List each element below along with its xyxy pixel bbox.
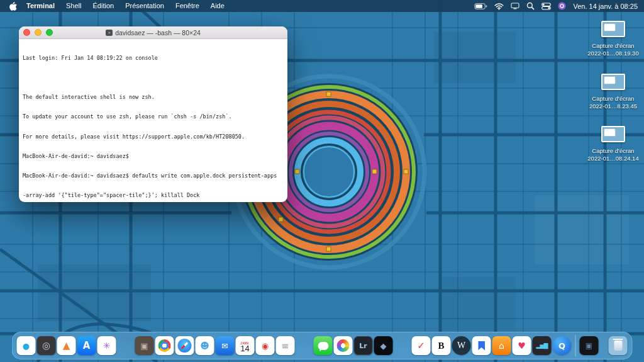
file-label-line1: Capture d'écran bbox=[587, 147, 640, 155]
display-icon[interactable] bbox=[511, 3, 519, 9]
terminal-line: MacBook-Air-de-david:~ davidsaez$ bbox=[23, 153, 284, 159]
envelope-icon: ✉ bbox=[221, 342, 228, 350]
wordpress-w-icon: W bbox=[457, 341, 465, 350]
calendar-day: 14 bbox=[240, 345, 249, 353]
dock-icon-home-app[interactable]: ⌂ bbox=[492, 336, 511, 355]
drop-icon: ● bbox=[23, 342, 30, 350]
sticker-face-icon: ☻ bbox=[200, 341, 209, 350]
control-center-icon[interactable] bbox=[541, 3, 551, 10]
house-icon: ⌂ bbox=[499, 341, 504, 350]
dock-icon-sparkle-app[interactable]: ✳ bbox=[97, 336, 116, 355]
dock-icon-bbedit[interactable]: B bbox=[432, 336, 451, 355]
terminal-line: MacBook-Air-de-david:~ davidsaez$ defaul… bbox=[23, 173, 284, 179]
dock-icon-checkmark-app[interactable]: ✓ bbox=[412, 336, 431, 355]
dock-icon-photos[interactable] bbox=[334, 336, 353, 355]
menu-item-edition[interactable]: Édition bbox=[87, 0, 120, 12]
apple-menu[interactable] bbox=[9, 2, 17, 11]
terminal-line: Last login: Fri Jan 14 08:19:22 on conso… bbox=[23, 55, 284, 61]
dock-icon-satchel-app[interactable]: ▣ bbox=[135, 336, 154, 355]
dock-spacer-tile bbox=[118, 336, 134, 355]
menu-item-aide[interactable]: Aide bbox=[205, 0, 230, 12]
list-lines-icon: ≡ bbox=[282, 341, 289, 350]
dock-icon-mail[interactable]: ✉ bbox=[216, 336, 235, 355]
window-title-text: davidsaez — -bash — 80×24 bbox=[115, 29, 201, 37]
triangle-icon: ▲ bbox=[63, 341, 70, 351]
desktop-file-screenshot-1[interactable]: Capture d'écran 2022-01…08.19.30 bbox=[587, 21, 640, 57]
terminal-line: For more details, please visit https://s… bbox=[23, 133, 284, 140]
dock-icon-prism-app[interactable]: ▲ bbox=[57, 336, 76, 355]
file-label-line1: Capture d'écran bbox=[587, 95, 640, 103]
dock-icon-bookmark-app[interactable] bbox=[472, 336, 491, 355]
dock-icon-stats-app[interactable]: ▂▅▇ bbox=[533, 336, 552, 355]
checkmark-icon: ✓ bbox=[417, 341, 425, 351]
screenshot-thumbnail bbox=[601, 74, 625, 90]
screenshot-thumbnail bbox=[601, 21, 625, 37]
dock-icon-drop-app[interactable]: ● bbox=[17, 336, 36, 355]
terminal-line bbox=[23, 74, 284, 81]
quicktime-q-icon: Q bbox=[558, 342, 565, 350]
screenshot-thumbnail bbox=[601, 126, 625, 142]
desktop-file-screenshot-2[interactable]: Capture d'écran 2022-01…8.23.45 bbox=[587, 74, 640, 110]
dock-icon-cube-app[interactable]: ◆ bbox=[374, 336, 393, 355]
dock-icon-safari[interactable] bbox=[175, 336, 194, 355]
terminal-window[interactable]: > davidsaez — -bash — 80×24 Last login: … bbox=[19, 26, 287, 202]
menu-item-presentation[interactable]: Présentation bbox=[119, 0, 170, 12]
dock-icon-health-app[interactable]: ♥ bbox=[513, 336, 531, 355]
menu-item-fenetre[interactable]: Fenêtre bbox=[170, 0, 205, 12]
dock-icon-player-app[interactable]: ◉ bbox=[256, 336, 275, 355]
bar-chart-icon: ▂▅▇ bbox=[536, 343, 548, 349]
close-button[interactable] bbox=[23, 29, 30, 36]
dock: ● ◎ ▲ A ✳ ▣ ☻ ✉ JANV. 14 ◉ ≡ Lr ◆ ✓ B W … bbox=[12, 332, 633, 359]
safari-compass-icon bbox=[178, 339, 192, 353]
spotlight-icon[interactable] bbox=[526, 2, 535, 10]
dock-icon-lightroom[interactable]: Lr bbox=[354, 336, 373, 355]
terminal-line: -array-add '{"tile-type"="spacer-tile";}… bbox=[23, 192, 284, 198]
dock-icon-stickers-app[interactable]: ☻ bbox=[196, 336, 214, 355]
cube-icon: ◆ bbox=[380, 342, 387, 350]
dock-icon-trash[interactable] bbox=[609, 336, 628, 355]
file-label-line2: 2022-01…08.19.30 bbox=[587, 50, 640, 57]
wifi-icon[interactable] bbox=[494, 3, 504, 10]
satchel-icon: ▣ bbox=[140, 342, 148, 350]
dock-icon-calendar[interactable]: JANV. 14 bbox=[236, 336, 255, 355]
apple-logo-icon bbox=[9, 2, 17, 11]
trash-icon bbox=[614, 341, 622, 351]
zoom-button[interactable] bbox=[46, 29, 53, 36]
dock-icon-device-app[interactable]: ▣ bbox=[580, 336, 599, 355]
aperture-icon: ◎ bbox=[42, 341, 50, 351]
dock-icon-wordpress[interactable]: W bbox=[452, 336, 471, 355]
terminal-titlebar[interactable]: > davidsaez — -bash — 80×24 bbox=[19, 26, 287, 39]
sparkle-icon: ✳ bbox=[103, 341, 111, 350]
purple-app-icon[interactable] bbox=[558, 2, 566, 10]
menu-item-shell[interactable]: Shell bbox=[60, 0, 87, 12]
dock-separator bbox=[575, 335, 576, 356]
terminal-mini-icon: > bbox=[106, 30, 113, 36]
bbedit-b-icon: B bbox=[438, 341, 444, 351]
dock-icon-camera-app[interactable]: ◎ bbox=[37, 336, 56, 355]
speech-bubble-icon bbox=[318, 342, 328, 350]
lightroom-lr-icon: Lr bbox=[359, 342, 367, 349]
device-screen-icon: ▣ bbox=[586, 342, 592, 349]
menu-clock[interactable]: Ven. 14 janv. à 08:25 bbox=[573, 3, 638, 10]
menu-bar: Terminal Shell Édition Présentation Fenê… bbox=[0, 0, 644, 12]
bookmark-icon bbox=[478, 341, 485, 351]
desktop-file-screenshot-3[interactable]: Capture d'écran 2022-01…08.24.14 bbox=[587, 126, 640, 162]
dock-icon-quicktime[interactable]: Q bbox=[553, 336, 572, 355]
menu-app-title[interactable]: Terminal bbox=[21, 0, 60, 12]
dock-icon-messages[interactable] bbox=[314, 336, 333, 355]
file-label-line2: 2022-01…08.24.14 bbox=[587, 155, 640, 162]
dock-icon-chrome[interactable] bbox=[155, 336, 174, 355]
battery-icon[interactable] bbox=[474, 3, 487, 10]
terminal-line: The default interactive shell is now zsh… bbox=[23, 94, 284, 100]
window-title: > davidsaez — -bash — 80×24 bbox=[63, 29, 243, 37]
dock-spacer-tile bbox=[296, 336, 313, 355]
dock-icon-app-store[interactable]: A bbox=[77, 336, 96, 355]
terminal-content[interactable]: Last login: Fri Jan 14 08:19:22 on conso… bbox=[19, 39, 287, 202]
dock-icon-reminders[interactable]: ≡ bbox=[276, 336, 295, 355]
photos-flower-icon bbox=[337, 339, 350, 352]
app-store-icon: A bbox=[83, 341, 91, 351]
file-label-line1: Capture d'écran bbox=[587, 42, 640, 50]
terminal-line: To update your account to use zsh, pleas… bbox=[23, 113, 284, 120]
minimize-button[interactable] bbox=[35, 29, 42, 36]
dock-spacer-tile bbox=[394, 336, 411, 355]
